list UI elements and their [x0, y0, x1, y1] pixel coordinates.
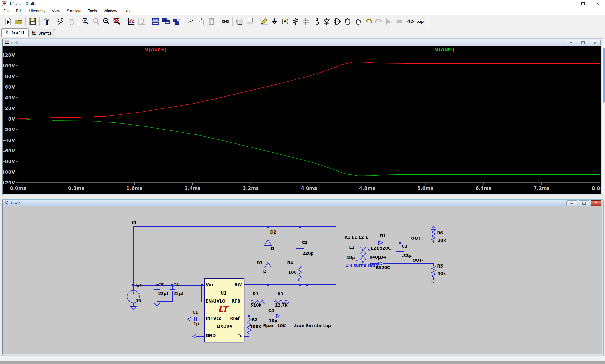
- spice-directive-icon[interactable]: .op: [415, 16, 426, 27]
- tab-draft1-2[interactable]: Draft1: [28, 29, 55, 37]
- print-icon[interactable]: [235, 16, 245, 27]
- schematic-label-r5: R5: [437, 264, 443, 268]
- capacitor-icon[interactable]: [301, 16, 311, 27]
- ground-icon[interactable]: [270, 16, 280, 27]
- copy-icon[interactable]: [196, 16, 206, 27]
- component-icon[interactable]: [332, 16, 342, 27]
- open-icon[interactable]: [13, 16, 24, 27]
- drag-icon[interactable]: [353, 16, 363, 27]
- schematic-label-gnd: GND: [206, 334, 216, 338]
- menu-view[interactable]: View: [49, 8, 63, 14]
- schematic-window: Draft1 ✕: [2, 200, 603, 355]
- schematic-label-d4: D4: [380, 255, 386, 259]
- menu-window[interactable]: Window: [100, 8, 120, 14]
- net-label-icon[interactable]: A: [280, 16, 290, 27]
- schematic-label-510k: 510k: [250, 303, 262, 307]
- taskbar-strip: [0, 361, 605, 364]
- menu-edit[interactable]: Edit: [13, 8, 26, 14]
- mdi-vertical-scrollbar[interactable]: [602, 39, 605, 194]
- legend-V(out-)[interactable]: V(out-): [435, 47, 455, 52]
- control-panel-icon[interactable]: [42, 16, 52, 27]
- schematic-label-10p: 10p: [269, 319, 277, 323]
- zoom-fit-icon: [91, 16, 101, 27]
- tab-draft1-1[interactable]: Draft1: [1, 28, 28, 37]
- app-close-button[interactable]: ✕: [590, 0, 605, 8]
- schematic-label-100k: 100K: [250, 325, 262, 329]
- status-bar: [0, 355, 605, 361]
- resistor-icon[interactable]: [290, 16, 301, 27]
- y-tick--80V: -80V: [3, 159, 15, 164]
- svg-text:✂: ✂: [188, 17, 194, 25]
- legend-V(out+)[interactable]: V(out+): [145, 47, 166, 52]
- tile-vertically-icon[interactable]: [150, 16, 161, 27]
- save-icon[interactable]: [27, 16, 38, 27]
- scrollbar-thumb[interactable]: [603, 48, 605, 103]
- zoom-out-icon[interactable]: [101, 16, 112, 27]
- undo-icon[interactable]: [363, 16, 374, 27]
- menu-file[interactable]: File: [0, 8, 13, 14]
- schematic-close-button[interactable]: ✕: [591, 200, 602, 206]
- schematic-label-d1: D1: [380, 234, 386, 238]
- trace-V(out-)[interactable]: [18, 119, 600, 176]
- toolbar-separator: [54, 17, 54, 26]
- schematic-window-titlebar[interactable]: Draft1 ✕: [3, 200, 603, 206]
- wire-icon[interactable]: [259, 16, 270, 27]
- tile-horizontally-icon[interactable]: [161, 16, 171, 27]
- schematic-label-intvcc: INTVcc: [206, 316, 221, 321]
- menu-hierarchy[interactable]: Hierarchy: [26, 8, 49, 14]
- menu-simulate[interactable]: Simulate: [63, 8, 85, 14]
- schematic-label-r4: R4: [287, 261, 293, 265]
- menu-help[interactable]: Help: [120, 8, 135, 14]
- waveform-minimize-button[interactable]: [566, 40, 576, 45]
- waveform-restore-button[interactable]: [578, 40, 589, 45]
- schematic-label-in: IN: [132, 220, 137, 224]
- y-tick-60V: 60V: [5, 84, 15, 90]
- app-minimize-button[interactable]: [561, 0, 576, 8]
- toolbar-separator: [183, 17, 184, 26]
- app-maximize-button[interactable]: [576, 0, 590, 8]
- run-icon[interactable]: [56, 16, 66, 27]
- x-tick-7.2ms: 7.2ms: [534, 185, 550, 191]
- cascade-windows-icon[interactable]: [171, 16, 182, 27]
- net-flag-out-plus: [432, 226, 435, 229]
- new-schematic-icon[interactable]: [3, 16, 13, 27]
- waveform-window-titlebar[interactable]: Draft1 ✕: [3, 39, 602, 46]
- schematic-label-d3: D3: [257, 261, 263, 265]
- find-icon[interactable]: [220, 16, 231, 27]
- app-title: LTspice - Draft1: [10, 2, 36, 6]
- svg-text:.op: .op: [417, 19, 424, 24]
- schematic-restore-button[interactable]: [579, 200, 589, 206]
- schematic-label-c5: C5: [158, 283, 164, 287]
- schematic-canvas[interactable]: LT INV115C522µfC622µfC11µVinSWU1EN/UVLOR…: [3, 206, 602, 354]
- zoom-full-extents-icon[interactable]: [112, 16, 122, 27]
- waveform-plot-area[interactable]: V(out+)V(out-)120V100V80V60V40V20V0V-20V…: [3, 46, 601, 194]
- schematic-label-c3: C3: [302, 241, 308, 245]
- phase-dot-l1: [356, 260, 358, 261]
- y-tick-0V: 0V: [8, 116, 15, 122]
- schematic-doc-icon: [5, 30, 10, 36]
- waveform-close-button[interactable]: ✕: [590, 40, 601, 45]
- schematic-minimize-button[interactable]: [566, 200, 577, 206]
- waveform-chart: V(out+)V(out-)120V100V80V60V40V20V0V-20V…: [3, 46, 601, 193]
- text-icon[interactable]: Aa: [405, 16, 415, 27]
- print-preview-icon[interactable]: [245, 16, 255, 27]
- schematic-label-b520c: B520C: [377, 246, 391, 250]
- schematic-label-out+: OUT+: [411, 236, 424, 240]
- autorange-icon[interactable]: [126, 16, 136, 27]
- cut-icon[interactable]: ✂: [185, 16, 196, 27]
- schematic-label-rref: Rref: [230, 316, 239, 321]
- trace-V(out+)[interactable]: [18, 62, 600, 119]
- svg-text:Aa: Aa: [406, 18, 414, 24]
- schematic-label-640: 640µ: [369, 255, 381, 259]
- menu-tools[interactable]: Tools: [85, 8, 100, 14]
- toolbar-separator: [25, 17, 26, 26]
- schematic-label-12.7k: 12.7k: [275, 303, 288, 307]
- inductor-icon[interactable]: [311, 16, 322, 27]
- move-icon[interactable]: [342, 16, 353, 27]
- zoom-in-icon[interactable]: [80, 16, 91, 27]
- diode-icon[interactable]: [322, 16, 332, 27]
- y-tick-80V: 80V: [5, 74, 15, 79]
- toolbar-separator: [39, 17, 40, 26]
- toolbar-separator: [124, 17, 124, 26]
- x-tick-0.0ms: 0.0ms: [10, 185, 26, 191]
